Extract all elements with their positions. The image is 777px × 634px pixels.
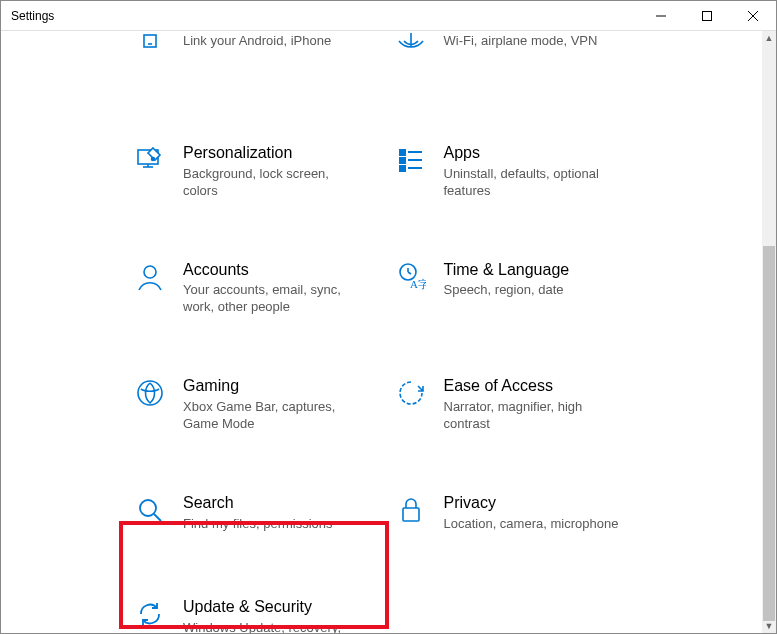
- category-subtitle: Find my files, permissions: [183, 516, 333, 533]
- category-title: Ease of Access: [444, 376, 620, 397]
- svg-point-23: [140, 500, 156, 516]
- category-title: Search: [183, 493, 333, 514]
- phone-icon: [131, 31, 169, 63]
- privacy-icon: [392, 493, 430, 525]
- window-title: Settings: [1, 9, 638, 23]
- apps-icon: [392, 143, 430, 175]
- category-subtitle: Wi-Fi, airplane mode, VPN: [444, 33, 598, 50]
- minimize-button[interactable]: [638, 1, 684, 31]
- personalization-icon: [131, 143, 169, 175]
- titlebar: Settings: [1, 1, 776, 31]
- category-privacy[interactable]: Privacy Location, camera, microphone: [392, 485, 633, 545]
- category-network[interactable]: Wi-Fi, airplane mode, VPN: [392, 31, 633, 91]
- category-subtitle: Location, camera, microphone: [444, 516, 619, 533]
- svg-point-22: [138, 381, 162, 405]
- settings-grid: Link your Android, iPhone Wi-Fi, airplan…: [1, 31, 762, 633]
- search-icon: [131, 493, 169, 525]
- window-controls: [638, 1, 776, 30]
- svg-rect-13: [400, 166, 405, 171]
- category-accounts[interactable]: Accounts Your accounts, email, sync, wor…: [131, 252, 372, 325]
- scrollbar[interactable]: ▲ ▼: [762, 31, 776, 633]
- category-gaming[interactable]: Gaming Xbox Game Bar, captures, Game Mod…: [131, 368, 372, 441]
- category-subtitle: Narrator, magnifier, high contrast: [444, 399, 620, 433]
- category-title: Time & Language: [444, 260, 570, 281]
- network-icon: [392, 31, 430, 63]
- scroll-thumb[interactable]: [763, 246, 775, 621]
- category-subtitle: Link your Android, iPhone: [183, 33, 331, 50]
- category-apps[interactable]: Apps Uninstall, defaults, optional featu…: [392, 135, 633, 208]
- category-subtitle: Windows Update, recovery, backup: [183, 620, 359, 633]
- svg-text:A字: A字: [410, 278, 426, 290]
- category-ease[interactable]: Ease of Access Narrator, magnifier, high…: [392, 368, 633, 441]
- category-title: Update & Security: [183, 597, 359, 618]
- category-subtitle: Speech, region, date: [444, 282, 570, 299]
- scroll-up-icon[interactable]: ▲: [762, 31, 776, 45]
- close-button[interactable]: [730, 1, 776, 31]
- category-update[interactable]: Update & Security Windows Update, recove…: [131, 589, 372, 633]
- time-icon: A字: [392, 260, 430, 292]
- svg-rect-12: [400, 158, 405, 163]
- category-search[interactable]: Search Find my files, permissions: [131, 485, 372, 545]
- svg-rect-4: [144, 35, 156, 47]
- ease-icon: [392, 376, 430, 408]
- svg-rect-1: [703, 12, 712, 21]
- category-subtitle: Your accounts, email, sync, work, other …: [183, 282, 359, 316]
- category-time[interactable]: A字 Time & Language Speech, region, date: [392, 252, 633, 325]
- category-title: Apps: [444, 143, 620, 164]
- category-subtitle: Background, lock screen, colors: [183, 166, 359, 200]
- category-title: Accounts: [183, 260, 359, 281]
- svg-line-20: [408, 272, 411, 274]
- scroll-down-icon[interactable]: ▼: [762, 619, 776, 633]
- svg-line-24: [154, 514, 161, 521]
- content-area: Link your Android, iPhone Wi-Fi, airplan…: [1, 31, 762, 633]
- svg-rect-25: [403, 508, 419, 521]
- category-title: Personalization: [183, 143, 359, 164]
- category-subtitle: Xbox Game Bar, captures, Game Mode: [183, 399, 359, 433]
- svg-point-17: [144, 266, 156, 278]
- category-title: Privacy: [444, 493, 619, 514]
- svg-rect-11: [400, 150, 405, 155]
- category-title: Gaming: [183, 376, 359, 397]
- category-phone[interactable]: Link your Android, iPhone: [131, 31, 372, 91]
- update-icon: [131, 597, 169, 629]
- svg-point-10: [152, 158, 155, 161]
- category-subtitle: Uninstall, defaults, optional features: [444, 166, 620, 200]
- category-personalization[interactable]: Personalization Background, lock screen,…: [131, 135, 372, 208]
- gaming-icon: [131, 376, 169, 408]
- maximize-button[interactable]: [684, 1, 730, 31]
- accounts-icon: [131, 260, 169, 292]
